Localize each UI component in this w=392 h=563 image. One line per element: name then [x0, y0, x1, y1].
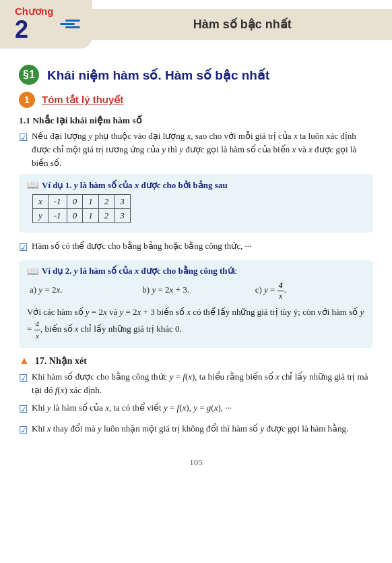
- example2-label: Ví dụ 2. y là hàm số của x được cho bằng…: [42, 266, 236, 276]
- subsection11-label: 1.1: [19, 115, 30, 125]
- section1-badge: §1: [19, 65, 39, 85]
- table-header-y: y: [33, 209, 48, 223]
- formula-c: c) y = 4x.: [253, 280, 365, 301]
- theory-badge: 1: [19, 92, 35, 108]
- table-cell: 3: [115, 195, 131, 209]
- example2-note: Với các hàm số y = 2x và y = 2x + 3 biến…: [27, 305, 365, 342]
- para2-text: Hàm số có thể được cho bằng bảng hoặc bằ…: [32, 239, 373, 253]
- chapter-zigzag-icon: [60, 20, 80, 28]
- remark-text-3: Khi x thay đổi mà y luôn nhận một giá tr…: [32, 422, 373, 436]
- theory-title: Tóm tắt lý thuyết: [42, 94, 123, 106]
- para2-block: ☑ Hàm số có thể được cho bằng bảng hoặc …: [19, 239, 373, 256]
- table-cell: 2: [98, 195, 115, 209]
- remark-item-1: ☑ Khi hàm số được cho bằng công thức y =…: [19, 370, 373, 397]
- checkbox-icon-5: ☑: [19, 423, 28, 438]
- section1-title: Khái niệm hàm số. Hàm số bậc nhất: [47, 67, 269, 83]
- table-cell: 3: [115, 209, 131, 223]
- section1-heading: §1 Khái niệm hàm số. Hàm số bậc nhất: [19, 65, 373, 85]
- page-number: 105: [0, 457, 392, 468]
- checkbox-icon-3: ☑: [19, 371, 28, 386]
- remark17-heading: ▲ 17. Nhận xét: [19, 355, 373, 367]
- remark-item-3: ☑ Khi x thay đổi mà y luôn nhận một giá …: [19, 422, 373, 438]
- para1-block: ☑ Nếu đại lượng y phụ thuộc vào đại lượn…: [19, 129, 373, 170]
- remark17-title: 17. Nhận xét: [35, 355, 87, 367]
- example2-box: 📖 Ví dụ 2. y là hàm số của x được cho bằ…: [19, 260, 373, 349]
- chapter-number: 2: [15, 18, 53, 42]
- table-header-x: x: [33, 195, 48, 209]
- example1-label: Ví dụ 1. y là hàm số của x được cho bởi …: [42, 180, 228, 191]
- chapter-title-area: Hàm số bậc nhất: [92, 9, 392, 40]
- checkbox-icon-2: ☑: [19, 240, 28, 256]
- subsection11-title: Nhắc lại khái niệm hàm số: [32, 115, 141, 125]
- table-cell: -1: [48, 195, 67, 209]
- remark-text-2: Khi y là hàm số của x, ta có thể viết y …: [32, 401, 373, 415]
- warning-triangle-icon: ▲: [19, 355, 30, 367]
- example2-icon: 📖: [27, 266, 38, 277]
- theory-heading: 1 Tóm tắt lý thuyết: [19, 92, 373, 108]
- example1-table: x -1 0 1 2 3 y -1 0 1 2 3: [32, 194, 131, 223]
- table-cell: 2: [98, 209, 115, 223]
- formula-a: a) y = 2x.: [27, 285, 139, 295]
- main-content: §1 Khái niệm hàm số. Hàm số bậc nhất 1 T…: [0, 49, 392, 449]
- table-cell: 1: [83, 209, 99, 223]
- table-cell: 0: [67, 209, 83, 223]
- chapter-title: Hàm số bậc nhất: [193, 18, 292, 31]
- example2-title: 📖 Ví dụ 2. y là hàm số của x được cho bằ…: [27, 266, 365, 277]
- chapter-banner: Chương 2 Hàm số bậc nhất: [0, 0, 392, 49]
- formula-b: b) y = 2x + 3.: [139, 285, 252, 295]
- table-cell: 1: [83, 195, 99, 209]
- example1-box: 📖 Ví dụ 1. y là hàm số của x được cho bở…: [19, 174, 373, 233]
- table-cell: -1: [48, 209, 67, 223]
- remark-item-2: ☑ Khi y là hàm số của x, ta có thể viết …: [19, 401, 373, 417]
- remark-text-1: Khi hàm số được cho bằng công thức y = f…: [32, 370, 373, 397]
- checkbox-icon-4: ☑: [19, 402, 28, 417]
- table-cell: 0: [67, 195, 83, 209]
- formula-row: a) y = 2x. b) y = 2x + 3. c) y = 4x.: [27, 280, 365, 301]
- para1-text: Nếu đại lượng y phụ thuộc vào đại lượng …: [32, 129, 373, 170]
- subsection11-heading: 1.1 Nhắc lại khái niệm hàm số: [19, 115, 373, 126]
- chapter-tab: Chương 2: [0, 0, 92, 49]
- checkbox-icon-1: ☑: [19, 130, 28, 146]
- example1-title: 📖 Ví dụ 1. y là hàm số của x được cho bở…: [27, 179, 365, 191]
- page: Chương 2 Hàm số bậc nhất §1 Khái niệm hà…: [0, 0, 392, 563]
- example1-icon: 📖: [27, 179, 38, 191]
